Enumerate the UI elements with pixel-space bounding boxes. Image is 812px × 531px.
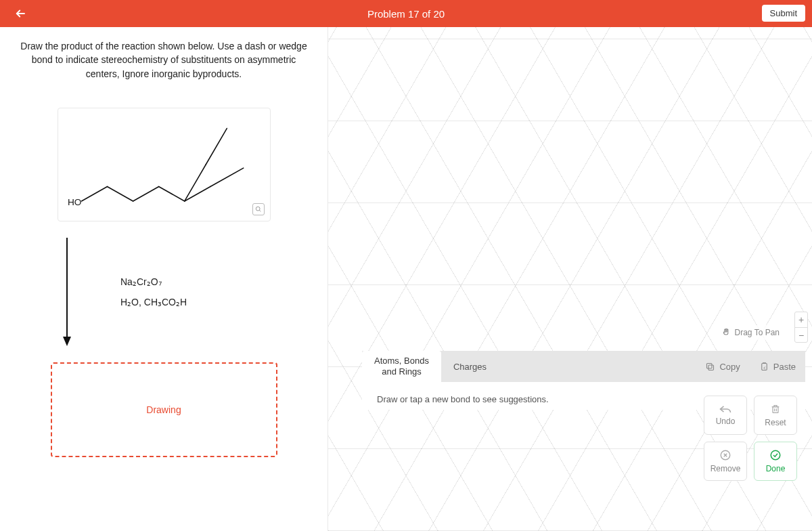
trash-icon — [770, 403, 781, 415]
reactant-structure: HO — [58, 108, 271, 222]
svg-line-4 — [158, 186, 184, 200]
svg-point-22 — [771, 450, 780, 460]
drawing-target-label: Drawing — [146, 404, 181, 415]
done-button[interactable]: Done — [754, 442, 797, 481]
svg-rect-15 — [762, 363, 767, 370]
drawing-canvas-panel: Drag To Pan + − Atoms, Bonds and Rings C… — [328, 27, 812, 531]
paste-icon — [759, 362, 769, 372]
svg-line-3 — [133, 186, 158, 200]
molecule-label-ho: HO — [67, 197, 81, 207]
copy-button[interactable]: Copy — [696, 362, 749, 372]
submit-button[interactable]: Submit — [762, 5, 805, 22]
svg-line-1 — [81, 186, 107, 200]
drawing-target[interactable]: Drawing — [51, 362, 277, 457]
app-header: Problem 17 of 20 Submit — [0, 0, 812, 27]
tool-panel: Atoms, Bonds and Rings Charges Copy Past… — [362, 351, 805, 410]
arrow-left-icon — [14, 7, 26, 20]
svg-line-8 — [210, 168, 243, 186]
zoom-icon[interactable] — [252, 203, 265, 215]
zoom-out-button[interactable]: − — [795, 327, 807, 342]
tool-button-grid: Undo Reset Remove Done — [704, 396, 797, 481]
copy-icon — [705, 362, 715, 372]
svg-line-7 — [206, 128, 227, 165]
page-title: Problem 17 of 20 — [0, 8, 812, 20]
undo-icon — [719, 404, 732, 414]
svg-marker-12 — [63, 337, 71, 346]
zoom-in-button[interactable]: + — [795, 312, 807, 327]
back-button[interactable] — [7, 0, 34, 27]
check-circle-icon — [769, 449, 782, 461]
undo-button[interactable]: Undo — [704, 396, 747, 435]
svg-rect-14 — [707, 363, 713, 368]
question-prompt: Draw the product of the reaction shown b… — [14, 39, 314, 81]
svg-line-2 — [107, 186, 133, 200]
reaction-arrow-icon — [61, 238, 73, 346]
question-panel: Draw the product of the reaction shown b… — [0, 27, 328, 531]
svg-point-9 — [256, 207, 260, 211]
reagents: Na₂Cr₂O₇ H₂O, CH₃CO₂H — [120, 272, 187, 314]
svg-line-10 — [259, 211, 261, 212]
svg-rect-13 — [708, 365, 714, 370]
reset-button[interactable]: Reset — [754, 396, 797, 435]
tab-atoms-bonds-rings[interactable]: Atoms, Bonds and Rings — [362, 351, 441, 382]
drag-to-pan[interactable]: Drag To Pan — [717, 325, 784, 340]
x-circle-icon — [719, 449, 731, 461]
svg-rect-16 — [773, 407, 778, 413]
reagent-line-2: H₂O, CH₃CO₂H — [120, 292, 187, 313]
reagent-line-1: Na₂Cr₂O₇ — [120, 272, 187, 293]
tab-charges[interactable]: Charges — [441, 351, 499, 382]
tool-tabs: Atoms, Bonds and Rings Charges Copy Past… — [362, 351, 805, 382]
paste-button[interactable]: Paste — [750, 362, 805, 372]
molecule-svg: HO — [65, 115, 263, 215]
zoom-control: + − — [794, 312, 808, 343]
remove-button[interactable]: Remove — [704, 442, 747, 481]
hand-icon — [721, 328, 731, 337]
